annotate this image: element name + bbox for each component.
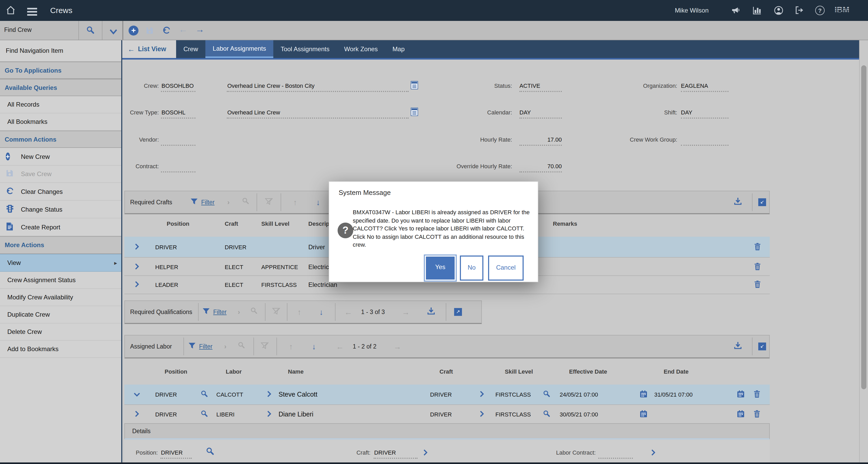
menu-icon[interactable] bbox=[27, 6, 37, 17]
crew-value[interactable]: BOSOHLBO bbox=[161, 83, 194, 89]
download-icon[interactable] bbox=[734, 197, 742, 207]
search-icon[interactable] bbox=[86, 26, 95, 37]
filter-link[interactable]: Filter bbox=[201, 199, 215, 205]
new-record-icon[interactable]: + bbox=[129, 26, 138, 35]
hourly-rate-value[interactable]: 17.00 bbox=[520, 136, 562, 143]
filter-link[interactable]: Filter bbox=[213, 309, 226, 315]
tab-work-zones[interactable]: Work Zones bbox=[337, 40, 385, 58]
yes-button[interactable]: Yes bbox=[425, 255, 456, 281]
expand-row-icon[interactable] bbox=[135, 243, 139, 251]
find-navigation-input[interactable]: Find Navigation Item bbox=[0, 40, 121, 62]
column-position[interactable]: Position bbox=[167, 220, 189, 226]
maximize-section-icon[interactable]: ↗ bbox=[454, 308, 462, 316]
calendar-icon[interactable] bbox=[737, 390, 745, 399]
next-row-icon[interactable]: ↓ bbox=[312, 342, 316, 351]
assigned-labor-row-2[interactable]: DRIVER LIBERI Diane Liberi DRIVER FIRSTC… bbox=[124, 404, 770, 424]
calendar-icon[interactable] bbox=[737, 410, 745, 419]
chevron-down-icon[interactable] bbox=[109, 28, 118, 37]
minimize-section-icon[interactable]: ↙ bbox=[758, 198, 766, 206]
long-description-icon[interactable] bbox=[411, 81, 418, 91]
sidebar-action-clear-changes[interactable]: Clear Changes bbox=[0, 183, 121, 200]
crew-description[interactable]: Overhead Line Crew - Boston City bbox=[227, 83, 315, 89]
download-icon[interactable] bbox=[734, 341, 742, 351]
crew-type-description[interactable]: Overhead Line Crew bbox=[227, 109, 280, 116]
find-crew-input[interactable]: Find Crew bbox=[4, 27, 32, 33]
delete-row-icon[interactable] bbox=[753, 390, 761, 399]
skill-lookup-icon[interactable] bbox=[543, 410, 550, 418]
minimize-section-icon[interactable]: ↙ bbox=[758, 342, 766, 350]
expand-row-icon[interactable] bbox=[135, 281, 139, 288]
sidebar-action-new-crew[interactable]: + New Crew bbox=[0, 148, 121, 166]
sidebar-action-create-report[interactable]: Create Report bbox=[0, 218, 121, 236]
column-position[interactable]: Position bbox=[165, 368, 187, 375]
detail-chevron-icon[interactable] bbox=[423, 448, 428, 458]
delete-row-icon[interactable] bbox=[754, 243, 761, 251]
column-name[interactable]: Name bbox=[288, 368, 304, 375]
shift-value[interactable]: DAY bbox=[681, 109, 692, 116]
column-remarks[interactable]: Remarks bbox=[553, 220, 577, 226]
skill-lookup-icon[interactable] bbox=[543, 390, 550, 399]
expand-filter-chevron[interactable]: › bbox=[227, 198, 230, 206]
next-record-icon[interactable]: → bbox=[195, 25, 204, 35]
detail-chevron-icon[interactable] bbox=[480, 391, 484, 398]
long-description-icon[interactable] bbox=[411, 107, 418, 118]
override-hourly-rate-value[interactable]: 70.00 bbox=[520, 163, 562, 169]
cancel-button[interactable]: Cancel bbox=[488, 255, 524, 281]
sidebar-item-all-bookmarks[interactable]: All Bookmarks bbox=[0, 113, 121, 131]
detail-chevron-icon[interactable] bbox=[267, 410, 271, 418]
collapse-row-icon[interactable] bbox=[134, 391, 140, 398]
sidebar-item-modify-crew-availability[interactable]: Modify Crew Availability bbox=[0, 289, 121, 306]
filter-icon[interactable] bbox=[202, 307, 210, 317]
calendar-icon[interactable] bbox=[640, 410, 648, 419]
sidebar-item-duplicate-crew[interactable]: Duplicate Crew bbox=[0, 306, 121, 323]
tab-tool-assignments[interactable]: Tool Assignments bbox=[273, 40, 337, 58]
announcement-icon[interactable] bbox=[731, 6, 741, 17]
help-icon[interactable]: ? bbox=[815, 6, 825, 15]
next-row-icon[interactable]: ↓ bbox=[316, 198, 320, 207]
sidebar-item-add-to-bookmarks[interactable]: Add to Bookmarks bbox=[0, 341, 121, 358]
detail-chevron-icon[interactable] bbox=[651, 448, 655, 458]
calendar-icon[interactable] bbox=[640, 390, 648, 399]
labor-lookup-icon[interactable] bbox=[201, 390, 208, 399]
detail-chevron-icon[interactable] bbox=[267, 391, 271, 398]
column-skill-level[interactable]: Skill Level bbox=[505, 368, 533, 375]
reports-chart-icon[interactable] bbox=[752, 6, 762, 17]
sidebar-item-delete-crew[interactable]: Delete Crew bbox=[0, 323, 121, 341]
labor-lookup-icon[interactable] bbox=[201, 410, 208, 418]
next-row-icon[interactable]: ↓ bbox=[319, 308, 323, 316]
assigned-labor-row-1[interactable]: DRIVER CALCOTT Steve Calcott DRIVER FIRS… bbox=[124, 384, 770, 404]
profile-icon[interactable] bbox=[774, 6, 783, 17]
filter-icon[interactable] bbox=[188, 342, 196, 351]
column-craft[interactable]: Craft bbox=[439, 368, 453, 375]
calendar-value[interactable]: DAY bbox=[520, 109, 531, 116]
detail-chevron-icon[interactable] bbox=[480, 410, 484, 418]
sidebar-section-more-actions[interactable]: More Actions bbox=[0, 236, 121, 254]
position-lookup-icon[interactable] bbox=[206, 447, 214, 458]
logout-icon[interactable] bbox=[795, 6, 804, 17]
vertical-scrollbar[interactable] bbox=[859, 40, 868, 464]
tab-map[interactable]: Map bbox=[385, 40, 412, 58]
home-icon[interactable] bbox=[5, 5, 16, 17]
expand-row-icon[interactable] bbox=[135, 410, 139, 418]
sidebar-section-go-to-applications[interactable]: Go To Applications bbox=[0, 62, 121, 79]
back-to-list-view[interactable]: ← List View bbox=[122, 40, 176, 58]
sidebar-item-crew-assignment-status[interactable]: Crew Assignment Status bbox=[0, 272, 121, 289]
sidebar-action-change-status[interactable]: Change Status bbox=[0, 200, 121, 218]
tab-crew[interactable]: Crew bbox=[176, 40, 205, 58]
download-icon[interactable] bbox=[427, 307, 435, 317]
filter-icon[interactable] bbox=[190, 197, 198, 207]
detail-position-value[interactable]: DRIVER bbox=[161, 450, 183, 456]
crew-type-value[interactable]: BOSOHL bbox=[161, 109, 186, 116]
no-button[interactable]: No bbox=[460, 255, 484, 281]
delete-row-icon[interactable] bbox=[753, 410, 761, 419]
delete-row-icon[interactable] bbox=[754, 280, 761, 289]
detail-craft-value[interactable]: DRIVER bbox=[374, 450, 396, 456]
sidebar-item-all-records[interactable]: All Records bbox=[0, 96, 121, 113]
expand-filter-chevron[interactable]: › bbox=[224, 342, 226, 350]
scrollbar-thumb[interactable] bbox=[861, 65, 866, 389]
tab-labor-assignments[interactable]: Labor Assignments bbox=[205, 40, 273, 58]
delete-row-icon[interactable] bbox=[754, 262, 761, 271]
sidebar-section-common-actions[interactable]: Common Actions bbox=[0, 131, 121, 148]
expand-row-icon[interactable] bbox=[135, 263, 139, 270]
column-skill-level[interactable]: Skill Level bbox=[261, 220, 289, 226]
